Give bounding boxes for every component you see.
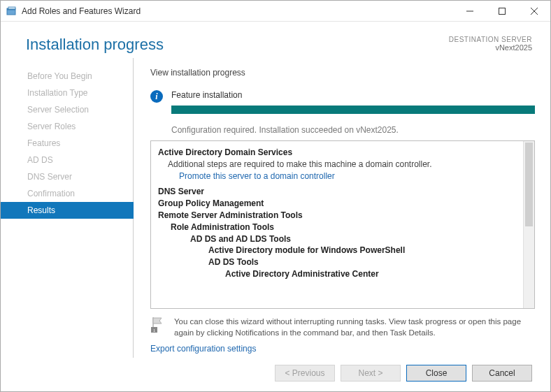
sidebar-item-dns-server: DNS Server	[1, 168, 134, 185]
sidebar-item-installation-type: Installation Type	[1, 85, 134, 101]
details-box: Active Directory Domain Services Additio…	[150, 140, 535, 309]
status-title: Feature installation	[171, 90, 535, 100]
sidebar: Before You Begin Installation Type Serve…	[1, 58, 134, 358]
notice-text: You can close this wizard without interr…	[174, 316, 535, 338]
sidebar-item-confirmation: Confirmation	[1, 185, 134, 202]
body: Before You Begin Installation Type Serve…	[1, 58, 550, 358]
details-gpm-heading: Group Policy Management	[158, 198, 516, 210]
minimize-button[interactable]	[454, 1, 486, 21]
window-controls	[454, 1, 550, 21]
sidebar-item-features: Features	[1, 135, 134, 152]
details-rsat-heading: Remote Server Administration Tools	[158, 210, 516, 222]
details-adac-heading: Active Directory Administrative Center	[158, 268, 516, 280]
next-button: Next >	[341, 365, 401, 382]
progress-fill	[171, 106, 535, 114]
details-adds-note: Additional steps are required to make th…	[158, 159, 516, 170]
sidebar-item-server-selection: Server Selection	[1, 101, 134, 118]
sidebar-item-results[interactable]: Results	[1, 202, 134, 219]
export-configuration-link[interactable]: Export configuration settings	[150, 344, 535, 354]
header: Installation progress DESTINATION SERVER…	[1, 22, 550, 58]
destination-server-name: vNext2025	[449, 43, 532, 52]
page-title: Installation progress	[26, 36, 164, 54]
details-scrollbar[interactable]	[523, 141, 534, 308]
status-row: Feature installation	[150, 90, 535, 114]
svg-rect-4	[499, 8, 506, 14]
status-message: Configuration required. Installation suc…	[171, 125, 535, 135]
info-icon	[150, 90, 163, 103]
titlebar-left: Add Roles and Features Wizard	[6, 6, 141, 17]
details-adds-heading: Active Directory Domain Services	[158, 147, 516, 159]
cancel-button[interactable]: Cancel	[472, 365, 532, 382]
close-window-button[interactable]	[518, 1, 550, 21]
progress-bar	[171, 106, 535, 114]
sidebar-item-before-you-begin: Before You Begin	[1, 68, 134, 85]
window-title: Add Roles and Features Wizard	[22, 6, 141, 16]
details-rat-heading: Role Administration Tools	[158, 222, 516, 233]
scrollbar-thumb[interactable]	[525, 143, 533, 226]
status-block: Feature installation	[171, 90, 535, 114]
wizard-window: Add Roles and Features Wizard Installati…	[0, 0, 551, 392]
details-content: Active Directory Domain Services Additio…	[151, 141, 523, 308]
details-dns-heading: DNS Server	[158, 186, 516, 198]
notice-row: 1 You can close this wizard without inte…	[150, 316, 535, 338]
svg-text:1: 1	[153, 327, 156, 333]
details-adlds-heading: AD DS and AD LDS Tools	[158, 233, 516, 245]
app-icon	[6, 6, 17, 17]
svg-rect-2	[8, 7, 15, 9]
content-area: View installation progress Feature insta…	[134, 58, 550, 358]
titlebar: Add Roles and Features Wizard	[1, 1, 550, 22]
details-adps-heading: Active Directory module for Windows Powe…	[158, 245, 516, 256]
destination-server-label: DESTINATION SERVER	[449, 36, 532, 43]
details-addstools-heading: AD DS Tools	[158, 256, 516, 268]
sidebar-item-ad-ds: AD DS	[1, 152, 134, 168]
destination-server-block: DESTINATION SERVER vNext2025	[449, 36, 532, 52]
flag-icon: 1	[150, 316, 166, 331]
close-button[interactable]: Close	[406, 365, 466, 382]
sidebar-item-server-roles: Server Roles	[1, 118, 134, 135]
previous-button: < Previous	[275, 365, 335, 382]
maximize-button[interactable]	[486, 1, 518, 21]
section-label: View installation progress	[150, 68, 535, 78]
promote-server-link[interactable]: Promote this server to a domain controll…	[158, 170, 516, 182]
button-row: < Previous Next > Close Cancel	[1, 358, 550, 391]
